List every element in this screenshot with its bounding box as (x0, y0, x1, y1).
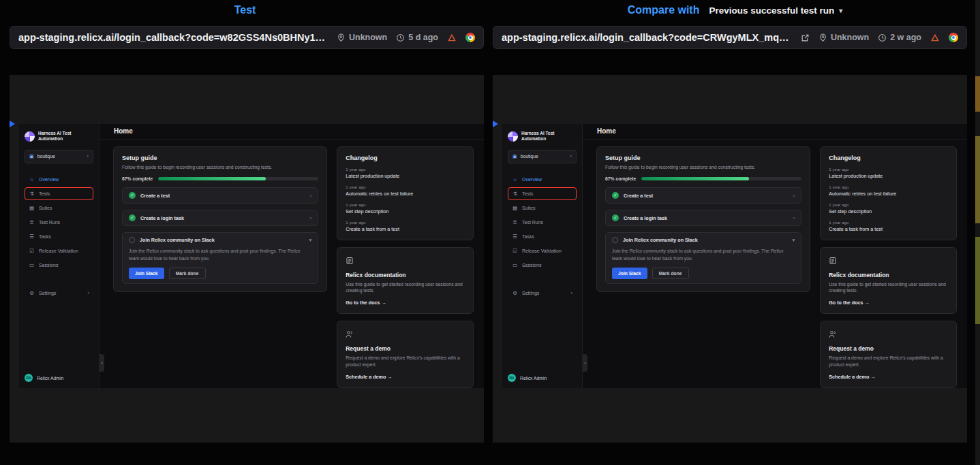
checkbox-icon: ☑ (29, 248, 35, 254)
go-to-docs-link[interactable]: Go to the docs → (829, 300, 948, 306)
docs-text: Use this guide to get started recording … (346, 281, 465, 295)
mark-done-button[interactable]: Mark done (169, 268, 206, 279)
step-description: Join the Relicx community slack to ask q… (129, 248, 311, 261)
left-screenshot-panel[interactable]: Harness AI Test Automation ▣ boutique › … (10, 75, 484, 443)
nav-label: Test Runs (522, 220, 543, 225)
demo-text: Request a demo and explore Relicx's capa… (346, 355, 465, 368)
sidebar-collapse-handle[interactable]: ‹ (583, 354, 587, 372)
setup-guide-subtitle: Follow this guide to begin recording use… (122, 164, 318, 171)
platform-icon (930, 33, 940, 42)
user-menu[interactable]: RA Relicx Admin (25, 374, 93, 382)
changelog-entry: 1 year ago Latest production update (829, 167, 948, 179)
demo-card: Request a demo Request a demo and explor… (337, 321, 474, 388)
setup-guide-title: Setup guide (122, 155, 318, 161)
setup-step-join-slack[interactable]: Join Relicx community on Slack ▾ Join th… (122, 232, 318, 283)
demo-card: Request a demo Request a demo and explor… (820, 321, 957, 388)
setup-step-join-slack[interactable]: Join Relicx community on Slack ▾ Join th… (605, 232, 801, 283)
age-meta: 2 w ago (878, 33, 921, 42)
progress-label: 67% complete (605, 176, 636, 181)
project-selector[interactable]: ▣ boutique › (508, 150, 577, 163)
nav-label: Tests (39, 191, 50, 196)
user-name: Relicx Admin (37, 376, 63, 381)
person-demo-icon (346, 330, 354, 338)
nav-item-tasks[interactable]: ☰ Tasks (25, 230, 93, 243)
nav-item-test-runs[interactable]: ≣ Test Runs (508, 216, 577, 229)
left-run-title: Test (234, 4, 256, 16)
project-selector[interactable]: ▣ boutique › (25, 150, 93, 163)
gear-icon: ⚙ (29, 290, 35, 296)
nav-item-overview[interactable]: ⌂ Overview (25, 173, 93, 186)
join-slack-button[interactable]: Join Slack (129, 268, 164, 279)
setup-step-create-test[interactable]: ✓ Create a test › (605, 187, 801, 204)
nav-item-suites[interactable]: ▦ Suites (25, 202, 93, 214)
setup-step-create-login-task[interactable]: ✓ Create a login task › (605, 210, 801, 226)
nav-item-overview[interactable]: ⌂ Overview (508, 173, 577, 186)
sidebar-collapse-handle[interactable]: ‹ (99, 354, 104, 372)
nav-label: Tests (522, 191, 533, 196)
nav-item-test-runs[interactable]: ≣ Test Runs (25, 216, 93, 229)
nav-item-suites[interactable]: ▦ Suites (508, 202, 577, 214)
setup-step-create-login-task[interactable]: ✓ Create a login task › (122, 210, 318, 226)
progress-fill (158, 177, 265, 180)
setup-guide-card: Setup guide Follow this guide to begin r… (596, 146, 810, 292)
nav-item-settings[interactable]: ⚙ Settings › (25, 287, 93, 300)
list-icon: ≣ (512, 219, 518, 225)
chevron-right-icon: › (87, 153, 89, 159)
check-circle-icon: ✓ (612, 192, 619, 199)
docs-title: Relicx documentation (346, 272, 465, 278)
nav-item-tests[interactable]: ⚗ Tests (508, 187, 577, 200)
docs-card: Relicx documentation Use this guide to g… (337, 247, 474, 315)
setup-step-create-test[interactable]: ✓ Create a test › (122, 187, 318, 204)
changelog-entry: 1 year ago Automatic retries on test fai… (346, 185, 465, 197)
mark-done-button[interactable]: Mark done (652, 268, 689, 279)
changelog-title: Changelog (829, 155, 948, 161)
empty-circle-icon (129, 237, 135, 243)
changelog-title: Changelog (346, 155, 465, 161)
external-link-icon[interactable] (801, 33, 810, 42)
chevron-right-icon: › (793, 193, 795, 199)
right-url-bar: app-staging.relicx.ai/login_callback?cod… (493, 26, 967, 49)
user-menu[interactable]: RA Relicx Admin (508, 374, 577, 382)
progress-fill (641, 177, 748, 180)
check-circle-icon: ✓ (129, 192, 136, 199)
scroll-minimap[interactable] (975, 0, 980, 465)
location-meta: Unknown (337, 33, 387, 42)
changelog-entry: 1 year ago Automatic retries on test fai… (829, 185, 948, 197)
compare-run-dropdown[interactable]: Previous successful test run ▾ (709, 5, 842, 16)
demo-title: Request a demo (346, 345, 465, 352)
project-icon: ▣ (512, 154, 517, 159)
brand-name: Harness AI Test Automation (521, 131, 569, 142)
location-pin-icon (818, 33, 827, 42)
chevron-down-icon: ▾ (309, 237, 311, 243)
location-label: Unknown (349, 33, 387, 42)
nav-item-settings[interactable]: ⚙ Settings › (508, 287, 577, 300)
nav-item-release-validation[interactable]: ☑ Release Validation (508, 244, 577, 257)
chevron-right-icon: › (310, 215, 312, 221)
changelog-entry: 1 year ago Latest production update (346, 167, 465, 179)
nav-label: Suites (522, 206, 535, 210)
nav-item-tasks[interactable]: ☰ Tasks (508, 230, 577, 243)
nav-item-sessions[interactable]: ▭ Sessions (25, 259, 93, 272)
schedule-demo-link[interactable]: Schedule a demo → (829, 374, 948, 380)
test-comparison-view: Test Compare with Previous successful te… (0, 0, 980, 465)
page-title: Home (583, 124, 967, 140)
check-circle-icon: ✓ (612, 214, 619, 221)
nav-label: Tasks (39, 234, 51, 239)
nav-label: Release Validation (39, 248, 78, 253)
gear-icon: ⚙ (512, 290, 518, 296)
go-to-docs-link[interactable]: Go to the docs → (346, 300, 465, 306)
url-text: app-staging.relicx.ai/login_callback?cod… (502, 32, 792, 43)
harness-logo-icon (508, 131, 518, 142)
nav-item-release-validation[interactable]: ☑ Release Validation (25, 244, 93, 257)
schedule-demo-link[interactable]: Schedule a demo → (346, 374, 465, 380)
progress-label: 67% complete (122, 176, 153, 181)
nav-item-tests[interactable]: ⚗ Tests (25, 187, 93, 200)
nav-item-sessions[interactable]: ▭ Sessions (508, 259, 577, 272)
docs-card: Relicx documentation Use this guide to g… (820, 247, 957, 315)
monitor-icon: ▭ (29, 262, 35, 268)
join-slack-button[interactable]: Join Slack (612, 268, 647, 279)
right-screenshot-panel[interactable]: Harness AI Test Automation ▣ boutique › … (493, 75, 967, 443)
chevron-right-icon: › (571, 290, 573, 296)
minimap-mark (975, 136, 980, 223)
empty-circle-icon (612, 237, 618, 243)
